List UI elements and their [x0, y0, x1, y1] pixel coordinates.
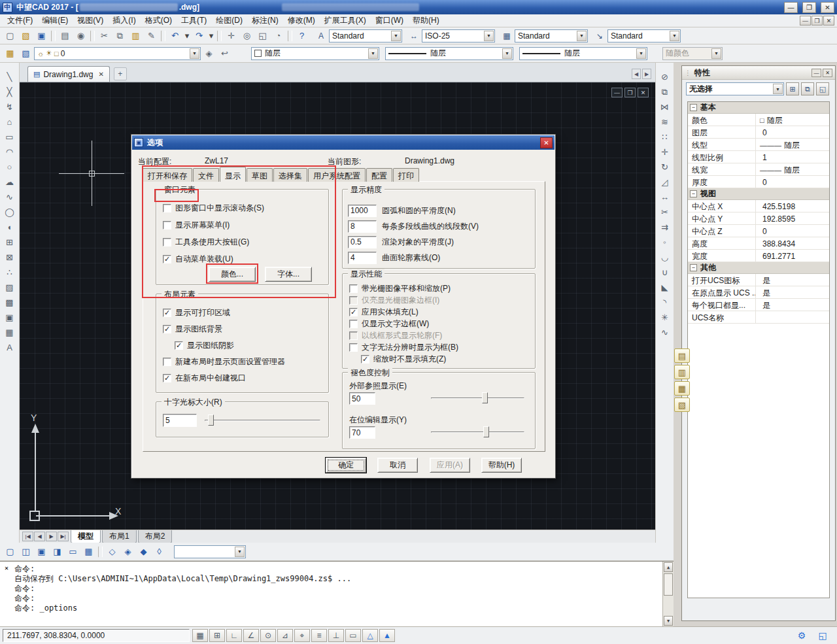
- modify-tool-button[interactable]: ◝: [657, 295, 673, 309]
- inplace-fade-input[interactable]: [349, 426, 375, 439]
- dropdown-arrow-icon[interactable]: ▼: [368, 48, 378, 59]
- dialog-tab[interactable]: 用户系统配置: [308, 168, 366, 182]
- draw-tool-button[interactable]: ▨: [2, 280, 18, 294]
- toolbar-button[interactable]: ◔: [271, 29, 286, 43]
- color-combo[interactable]: 随层 ▼: [251, 47, 379, 60]
- toolbar-button[interactable]: ▣: [34, 29, 49, 43]
- property-value[interactable]: 是: [756, 286, 829, 298]
- dropdown-arrow-icon[interactable]: ▼: [670, 31, 679, 41]
- checkbox-row[interactable]: 仅亮显光栅图象边框(I): [349, 295, 535, 305]
- toolbar-button[interactable]: ◎: [239, 29, 254, 43]
- document-tab[interactable]: ▤ Drawing1.dwg ✕: [27, 66, 110, 82]
- checkbox[interactable]: [163, 204, 171, 212]
- viewport-tool-button[interactable]: [98, 546, 103, 558]
- tab-scroll-right-button[interactable]: ▶: [642, 69, 651, 79]
- dropdown-arrow-icon[interactable]: ▼: [502, 48, 512, 59]
- dropdown-arrow-icon[interactable]: ▼: [235, 547, 245, 557]
- status-toggle-button[interactable]: △: [362, 629, 378, 642]
- collapse-icon[interactable]: −: [690, 190, 697, 197]
- properties-tool-button[interactable]: ⧉: [801, 82, 814, 95]
- minimize-button[interactable]: —: [784, 2, 798, 13]
- menu-item[interactable]: 标注(N): [247, 14, 283, 27]
- property-row[interactable]: 线型比例 1: [688, 151, 829, 163]
- collapse-icon[interactable]: −: [690, 104, 697, 111]
- dialog-button[interactable]: 应用(A): [430, 458, 470, 473]
- selection-combo[interactable]: 无选择 ▼: [686, 82, 784, 95]
- layer-states-button[interactable]: ▧: [18, 46, 33, 61]
- layout-nav-button[interactable]: ◀: [34, 532, 45, 541]
- palette-button[interactable]: ▤: [674, 348, 690, 363]
- dialog-button[interactable]: 取消: [377, 458, 418, 473]
- toolbar-button[interactable]: [217, 30, 222, 42]
- property-row[interactable]: 中心点 Z 0: [688, 225, 829, 237]
- checkbox[interactable]: [163, 221, 171, 229]
- property-value[interactable]: ——— 随层: [756, 163, 829, 175]
- slider-thumb[interactable]: [483, 426, 489, 437]
- draw-tool-button[interactable]: ☁: [2, 175, 18, 189]
- property-row[interactable]: 线型 ——— 随层: [688, 139, 829, 151]
- draw-tool-button[interactable]: ⌂: [2, 114, 18, 129]
- toolbar-button[interactable]: ↷: [192, 29, 207, 43]
- checkbox[interactable]: [361, 355, 369, 364]
- dialog-tab[interactable]: 文件: [193, 168, 219, 182]
- checkbox[interactable]: [349, 308, 358, 316]
- modify-tool-button[interactable]: ⇉: [657, 220, 673, 234]
- viewport-tool-button[interactable]: ◇: [105, 545, 120, 559]
- draw-tool-button[interactable]: ⊠: [2, 250, 18, 264]
- toolbar-button[interactable]: [161, 30, 165, 42]
- property-row[interactable]: 颜色 □ 随层: [688, 114, 829, 126]
- draw-tool-button[interactable]: ∿: [2, 190, 18, 204]
- palette-button[interactable]: ▥: [674, 365, 690, 379]
- collapse-icon[interactable]: −: [690, 264, 697, 271]
- viewport-tool-button[interactable]: ▦: [81, 545, 96, 559]
- precision-input[interactable]: [348, 220, 377, 233]
- checkbox-row[interactable]: 新建布局时显示页面设置管理器: [163, 356, 328, 367]
- scroll-down-button[interactable]: ▼: [664, 616, 673, 626]
- lineweight-combo[interactable]: 随层 ▼: [519, 47, 647, 60]
- toolbar-button[interactable]: [288, 30, 292, 42]
- toolbar-button[interactable]: ▤: [58, 29, 73, 43]
- status-toggle-button[interactable]: ∟: [226, 629, 242, 642]
- checkbox-row[interactable]: 自动菜单装载(U): [163, 254, 328, 264]
- dropdown-arrow-icon[interactable]: ▼: [190, 48, 199, 59]
- child-minimize-button[interactable]: —: [611, 88, 623, 97]
- toolbar-button[interactable]: ✎: [144, 29, 159, 43]
- property-row[interactable]: 打开UCS图标 是: [688, 274, 829, 286]
- viewport-scale-combo[interactable]: ▼: [174, 545, 246, 558]
- dropdown-arrow-icon[interactable]: ▼: [773, 84, 783, 94]
- menu-item[interactable]: 编辑(E): [37, 14, 73, 27]
- checkbox[interactable]: [163, 238, 171, 246]
- checkbox-row[interactable]: 以线框形式显示轮廓(F): [349, 330, 535, 341]
- viewport-tool-button[interactable]: ◈: [120, 545, 135, 559]
- checkbox-row[interactable]: 显示可打印区域: [163, 307, 328, 318]
- draw-tool-button[interactable]: ◯: [2, 205, 18, 219]
- layout-nav-button[interactable]: ▶|: [58, 532, 69, 541]
- viewport-tool-button[interactable]: ▭: [65, 545, 80, 559]
- dropdown-arrow-icon[interactable]: ▼: [577, 31, 587, 41]
- color-button[interactable]: 颜色...: [209, 267, 256, 282]
- new-document-button[interactable]: +: [114, 67, 127, 80]
- toolbar-button[interactable]: ▢: [3, 29, 18, 43]
- property-value[interactable]: □ 随层: [756, 114, 829, 126]
- mleader-style-combo[interactable]: Standard ▼: [607, 29, 681, 42]
- checkbox-row[interactable]: 显示屏幕菜单(I): [163, 220, 328, 230]
- checkbox-row[interactable]: 显示图纸阴影: [175, 340, 328, 350]
- viewport-tool-button[interactable]: ◊: [152, 545, 167, 559]
- dialog-button[interactable]: 确定: [326, 458, 366, 473]
- draw-tool-button[interactable]: ▭: [2, 129, 18, 144]
- viewport-tool-button[interactable]: ▢: [3, 545, 18, 559]
- xref-fade-slider[interactable]: [431, 392, 524, 404]
- layout-tab[interactable]: 模型: [71, 530, 101, 543]
- property-value[interactable]: 1: [756, 151, 829, 163]
- precision-input[interactable]: [348, 205, 377, 217]
- toolbar-button[interactable]: ✛: [224, 29, 239, 43]
- dialog-tab[interactable]: 显示: [220, 167, 246, 182]
- make-object-layer-current-button[interactable]: ◈: [201, 46, 216, 61]
- child-close-button[interactable]: ✕: [638, 88, 649, 97]
- dialog-tab[interactable]: 选择集: [273, 168, 307, 182]
- modify-tool-button[interactable]: ∪: [657, 265, 673, 279]
- modify-tool-button[interactable]: ◿: [657, 175, 673, 189]
- section-header[interactable]: − 视图: [688, 188, 829, 200]
- checkbox[interactable]: [163, 358, 171, 366]
- viewport-tool-button[interactable]: ◆: [136, 545, 151, 559]
